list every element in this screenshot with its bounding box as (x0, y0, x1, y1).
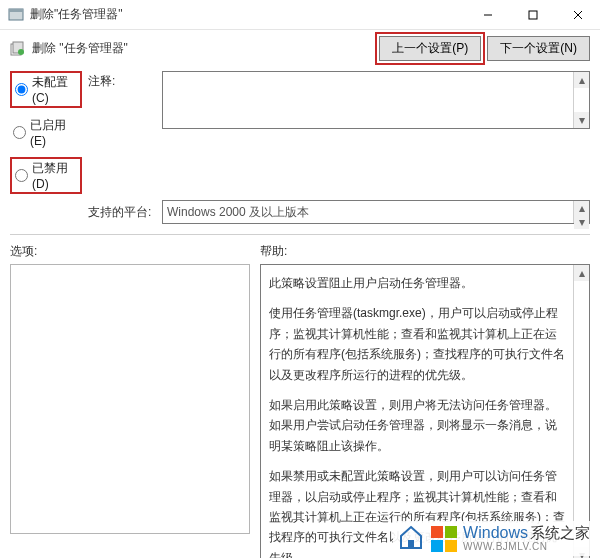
platform-label: 支持的平台: (88, 200, 156, 221)
window-titlebar: 删除"任务管理器" (0, 0, 600, 30)
svg-rect-1 (9, 9, 23, 12)
options-panel (10, 264, 250, 534)
comment-label: 注释: (88, 71, 156, 90)
minimize-button[interactable] (465, 0, 510, 30)
radio-not-configured-input[interactable] (15, 83, 28, 96)
help-text: 此策略设置阻止用户启动任务管理器。 使用任务管理器(taskmgr.exe)，用… (269, 273, 567, 558)
help-paragraph: 使用任务管理器(taskmgr.exe)，用户可以启动或停止程序；监视其计算机性… (269, 303, 567, 385)
close-button[interactable] (555, 0, 600, 30)
radio-enabled-input[interactable] (13, 126, 26, 139)
radio-enabled[interactable]: 已启用(E) (10, 116, 82, 149)
platform-value: Windows 2000 及以上版本 (167, 204, 309, 221)
help-paragraph: 此策略设置阻止用户启动任务管理器。 (269, 273, 567, 293)
help-paragraph: 如果启用此策略设置，则用户将无法访问任务管理器。如果用户尝试启动任务管理器，则将… (269, 395, 567, 456)
platform-field: Windows 2000 及以上版本 ▴ ▾ (162, 200, 590, 224)
radio-enabled-label: 已启用(E) (30, 117, 79, 148)
window-controls (465, 0, 600, 30)
help-scrollbar[interactable]: ▴ ▾ (573, 265, 589, 558)
platform-scrollbar[interactable]: ▴ ▾ (573, 201, 589, 223)
scroll-up-icon[interactable]: ▴ (574, 72, 589, 88)
scroll-down-icon[interactable]: ▾ (574, 215, 589, 229)
scroll-up-icon[interactable]: ▴ (574, 265, 589, 281)
windows-logo-icon (431, 526, 457, 552)
policy-title: 删除 "任务管理器" (32, 40, 379, 57)
comment-textarea[interactable]: ▴ ▾ (162, 71, 590, 129)
watermark: Windows 系统之家 WWW.BJMLV.CN (393, 521, 594, 556)
maximize-button[interactable] (510, 0, 555, 30)
house-icon (397, 523, 425, 554)
radio-disabled-label: 已禁用(D) (32, 160, 77, 191)
radio-disabled[interactable]: 已禁用(D) (10, 157, 82, 194)
previous-setting-button[interactable]: 上一个设置(P) (379, 36, 481, 61)
app-icon (8, 7, 24, 23)
radio-not-configured-label: 未配置(C) (32, 74, 77, 105)
scroll-up-icon[interactable]: ▴ (574, 201, 589, 215)
svg-rect-10 (408, 540, 414, 548)
comment-scrollbar[interactable]: ▴ ▾ (573, 72, 589, 128)
section-divider (10, 234, 590, 235)
window-title: 删除"任务管理器" (30, 6, 465, 23)
radio-disabled-input[interactable] (15, 169, 28, 182)
help-panel: 此策略设置阻止用户启动任务管理器。 使用任务管理器(taskmgr.exe)，用… (260, 264, 590, 558)
svg-rect-3 (529, 11, 537, 19)
watermark-brand-sub: 系统之家 (530, 525, 590, 541)
policy-icon (10, 41, 26, 57)
next-setting-button[interactable]: 下一个设置(N) (487, 36, 590, 61)
scroll-down-icon[interactable]: ▾ (574, 112, 589, 128)
svg-point-8 (18, 49, 24, 55)
help-label: 帮助: (260, 243, 590, 260)
watermark-url: WWW.BJMLV.CN (463, 542, 590, 553)
radio-not-configured[interactable]: 未配置(C) (10, 71, 82, 108)
options-label: 选项: (10, 243, 250, 260)
watermark-brand: Windows (463, 525, 528, 542)
